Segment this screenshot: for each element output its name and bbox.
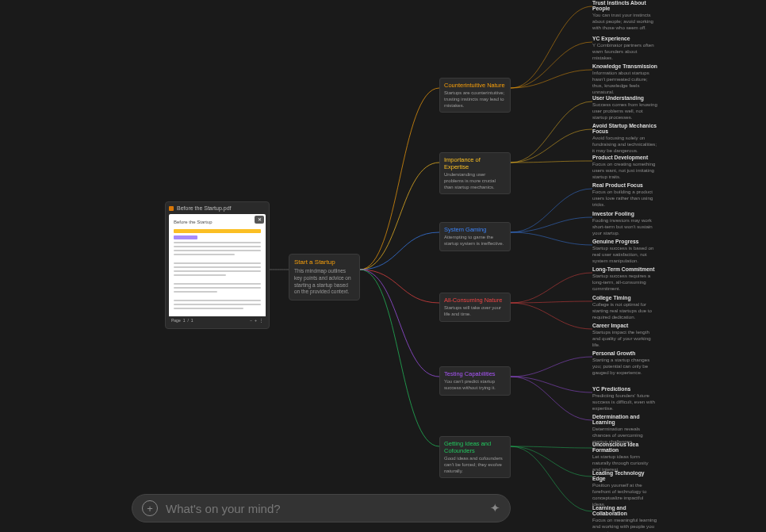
leaf-node[interactable]: Personal GrowthStarting a startup change…	[592, 350, 657, 376]
text-line	[174, 291, 217, 293]
pdf-preview-card[interactable]: Before the Startup.pdf ✕ Before the Star…	[165, 201, 270, 329]
branch-title: All-Consuming Nature	[444, 297, 506, 304]
text-line	[174, 304, 261, 305]
leaf-title: College Timing	[592, 295, 657, 300]
leaf-node[interactable]: Unconscious Idea FormationLet startup id…	[592, 442, 657, 473]
branch-node[interactable]: System GamingAttempting to game the star…	[439, 222, 511, 251]
leaf-desc: Y Combinator partners often warn founder…	[592, 42, 657, 61]
leaf-node[interactable]: Product DevelopmentFocus on creating som…	[592, 155, 657, 180]
text-line	[174, 266, 261, 268]
sparkle-icon[interactable]: ✦	[490, 501, 500, 515]
leaf-title: Determination and Learning	[592, 414, 657, 425]
branch-desc: Understanding user problems is more cruc…	[444, 172, 506, 190]
leaf-node[interactable]: Determination and LearningDetermination …	[592, 414, 657, 445]
pdf-menu-icon[interactable]: ⋮	[259, 318, 263, 323]
highlight-line	[174, 229, 261, 233]
branch-title: Counterintuitive Nature	[444, 82, 506, 89]
pdf-icon	[169, 206, 174, 211]
leaf-title: Long-Term Commitment	[592, 266, 657, 272]
leaf-node[interactable]: Learning and CollaborationFocus on meani…	[592, 505, 657, 532]
text-line	[174, 262, 261, 264]
text-line	[174, 254, 235, 255]
leaf-node[interactable]: Knowledge TransmissionInformation about …	[592, 63, 657, 95]
leaf-desc: Startup success requires a long-term, al…	[592, 273, 657, 292]
zoom-in-icon[interactable]: +	[255, 318, 257, 323]
leaf-node[interactable]: Genuine ProgressStartup success is based…	[592, 239, 657, 264]
branch-desc: Attempting to game the startup system is…	[444, 235, 506, 247]
leaf-desc: Starting a startup changes you; potentia…	[592, 357, 657, 376]
text-line	[174, 274, 226, 276]
leaf-node[interactable]: College TimingCollege is not optimal for…	[592, 295, 657, 320]
branch-node[interactable]: Counterintuitive NatureStartups are coun…	[439, 78, 511, 113]
pdf-page-thumbnail[interactable]: ✕ Before the Startup Page 1 /	[169, 214, 266, 325]
branch-desc: Startups will take over your life and ti…	[444, 305, 506, 318]
branch-title: Importance of Expertise	[444, 156, 506, 170]
leaf-title: Unconscious Idea Formation	[592, 442, 657, 453]
pdf-toolbar[interactable]: Page 1 / 1 − + ⋮	[169, 316, 266, 325]
leaf-node[interactable]: YC ExperienceY Combinator partners often…	[592, 36, 657, 61]
leaf-node[interactable]: Real Product FocusFocus on building a pr…	[592, 182, 657, 208]
leaf-desc: Focus on creating something users want, …	[592, 161, 657, 180]
branch-node[interactable]: Testing CapabilitiesYou can't predict st…	[439, 366, 511, 396]
leaf-desc: Predicting founders' future success is d…	[592, 392, 657, 411]
highlight-line	[174, 235, 197, 239]
leaf-node[interactable]: Investor FoolingFooling investors may wo…	[592, 211, 657, 236]
leaf-node[interactable]: Career ImpactStartups impact the length …	[592, 323, 657, 348]
leaf-desc: You can trust your instincts about peopl…	[592, 12, 657, 31]
leaf-title: Product Development	[592, 155, 657, 160]
branch-node[interactable]: All-Consuming NatureStartups will take o…	[439, 293, 511, 322]
leaf-title: YC Predictions	[592, 386, 657, 392]
leaf-desc: Avoid focusing solely on fundraising and…	[592, 135, 657, 154]
leaf-node[interactable]: Long-Term CommitmentStartup success requ…	[592, 266, 657, 292]
mindmap-root-node[interactable]: Start a Startup This mindmap outlines ke…	[289, 254, 360, 300]
zoom-out-icon[interactable]: −	[250, 318, 252, 323]
close-icon[interactable]: ✕	[255, 216, 264, 224]
branch-title: System Gaming	[444, 226, 506, 233]
text-line	[174, 283, 261, 285]
text-line	[174, 308, 243, 309]
leaf-desc: Fooling investors may work short-term bu…	[592, 217, 657, 236]
leaf-node[interactable]: Avoid Startup Mechanics FocusAvoid focus…	[592, 123, 657, 154]
text-line	[174, 287, 261, 289]
branch-desc: Startups are counterintuitive; trusting …	[444, 90, 506, 109]
branch-title: Getting Ideas and Cofounders	[444, 440, 506, 454]
branch-desc: You can't predict startup success withou…	[444, 379, 506, 392]
leaf-title: Avoid Startup Mechanics Focus	[592, 123, 657, 134]
leaf-node[interactable]: Leading Technology EdgePosition yourself…	[592, 470, 657, 507]
branch-desc: Good ideas and cofounders can't be force…	[444, 456, 506, 474]
text-line	[174, 300, 261, 301]
root-desc: This mindmap outlines key points and adv…	[294, 268, 354, 296]
leaf-desc: Position yourself at the forefront of te…	[592, 482, 657, 507]
leaf-title: User Understanding	[592, 95, 657, 101]
leaf-desc: Focus on meaningful learning and working…	[592, 517, 657, 532]
text-line	[174, 250, 261, 251]
leaf-title: Genuine Progress	[592, 239, 657, 244]
leaf-desc: College is not optimal for starting real…	[592, 301, 657, 320]
page-sep: /	[187, 318, 188, 323]
branch-node[interactable]: Getting Ideas and CofoundersGood ideas a…	[439, 436, 511, 478]
branch-node[interactable]: Importance of ExpertiseUnderstanding use…	[439, 152, 511, 194]
leaf-desc: Focus on building a product users love r…	[592, 189, 657, 208]
leaf-title: Leading Technology Edge	[592, 470, 657, 481]
leaf-title: Real Product Focus	[592, 182, 657, 188]
page-current: 1	[183, 318, 186, 323]
leaf-desc: Startup success is based on real user sa…	[592, 245, 657, 264]
mindmap-canvas[interactable]: Before the Startup.pdf ✕ Before the Star…	[0, 0, 766, 532]
leaf-title: Knowledge Transmission	[592, 63, 657, 69]
root-title: Start a Startup	[294, 258, 354, 266]
leaf-node[interactable]: User UnderstandingSuccess comes from kno…	[592, 95, 657, 121]
plus-icon[interactable]: +	[142, 500, 158, 516]
leaf-title: Career Impact	[592, 323, 657, 328]
text-line	[174, 242, 261, 243]
leaf-title: Investor Fooling	[592, 211, 657, 216]
leaf-node[interactable]: Trust Instincts About PeopleYou can trus…	[592, 0, 657, 31]
leaf-desc: Startups impact the length and quality o…	[592, 329, 657, 348]
prompt-input-bar[interactable]: + What's on your mind? ✦	[132, 494, 511, 522]
pdf-filename-row: Before the Startup.pdf	[169, 205, 266, 211]
page-total: 1	[191, 318, 193, 323]
page-label: Page	[171, 318, 181, 323]
leaf-node[interactable]: YC PredictionsPredicting founders' futur…	[592, 386, 657, 411]
pdf-filename: Before the Startup.pdf	[177, 205, 232, 211]
pdf-doc-title: Before the Startup	[174, 219, 261, 225]
leaf-title: Learning and Collaboration	[592, 505, 657, 516]
